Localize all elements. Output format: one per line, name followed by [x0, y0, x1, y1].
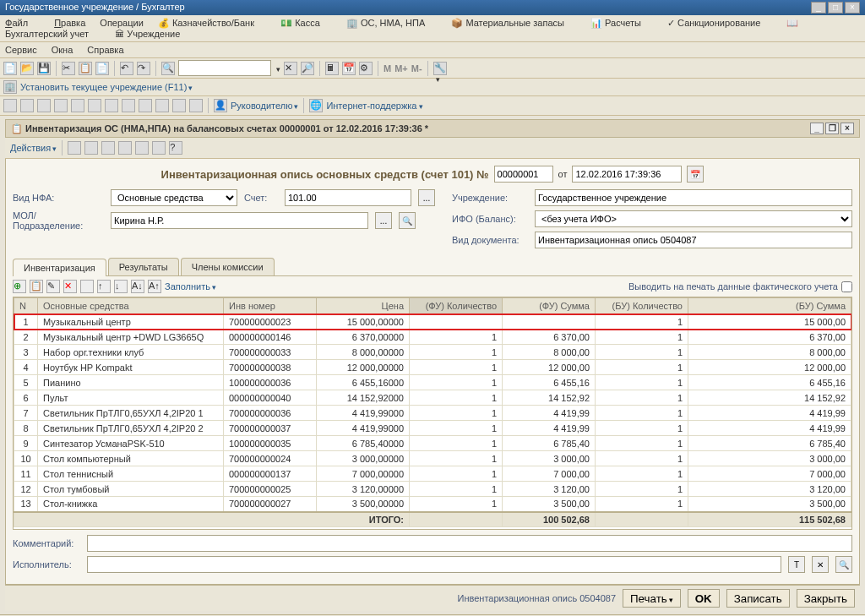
- menu-service[interactable]: Сервис: [5, 45, 37, 55]
- account-picker[interactable]: ...: [418, 189, 435, 206]
- tools-dropdown[interactable]: 🔧: [433, 62, 447, 75]
- close-button[interactable]: ×: [845, 2, 860, 14]
- doc-date-input[interactable]: [572, 166, 682, 183]
- sort-desc-icon[interactable]: A↑: [148, 280, 161, 293]
- save-icon[interactable]: 💾: [37, 62, 51, 75]
- table-row[interactable]: 10Стол компьютерный7000000000243 000,000…: [14, 451, 851, 466]
- search-input[interactable]: [178, 60, 271, 76]
- print-actual-checkbox[interactable]: [841, 281, 852, 292]
- menu-calc[interactable]: 📊 Расчеты: [590, 18, 653, 28]
- nfa-select[interactable]: Основные средства: [111, 189, 237, 206]
- tb3-icon-1[interactable]: [3, 99, 17, 112]
- table-row[interactable]: 6Пульт00000000004014 152,92000114 152,92…: [14, 390, 851, 406]
- executor-open-button[interactable]: 🔍: [835, 556, 852, 573]
- menu-windows[interactable]: Окна: [52, 45, 73, 55]
- date-picker-button[interactable]: 📅: [687, 166, 704, 183]
- sort-asc-icon[interactable]: A↓: [131, 280, 144, 293]
- tb3-icon-7[interactable]: [105, 99, 118, 112]
- table-row[interactable]: 2Музыкальный центр +DWD LG3665Q000000000…: [14, 330, 851, 345]
- tb3-icon-3[interactable]: [37, 99, 51, 112]
- tb3-icon-2[interactable]: [20, 99, 34, 112]
- table-row[interactable]: 12Стол тумбовый7000000000253 120,0000013…: [14, 482, 851, 497]
- table-row[interactable]: 9Синтезатор УсманаPSK-5101000000000356 7…: [14, 436, 851, 451]
- col-bus[interactable]: (БУ) Сумма: [688, 298, 851, 314]
- tb3-icon-12[interactable]: [189, 99, 203, 112]
- doc-close-button[interactable]: ×: [841, 123, 854, 134]
- fill-button[interactable]: Заполнить: [165, 281, 216, 292]
- undo-icon[interactable]: ↶: [120, 62, 133, 75]
- maximize-button[interactable]: □: [828, 2, 843, 14]
- close-search-icon[interactable]: ✕: [284, 62, 297, 75]
- inst-input[interactable]: [535, 189, 852, 206]
- table-row[interactable]: 7Светильник ПрТЛГ0,65УХЛ 4,2IP20 1700000…: [14, 406, 851, 421]
- tb3-icon-11[interactable]: [172, 99, 186, 112]
- mol-open[interactable]: 🔍: [399, 212, 416, 229]
- menu-os[interactable]: 🏢 ОС, НМА, НПА: [346, 18, 437, 28]
- executor-input[interactable]: [87, 556, 781, 573]
- doc-minimize-button[interactable]: _: [810, 123, 824, 134]
- find-icon[interactable]: 🔎: [301, 62, 314, 75]
- memory-mplus[interactable]: M+: [394, 63, 408, 74]
- tab-inventory[interactable]: Инвентаризация: [13, 259, 106, 276]
- col-os[interactable]: Основные средства: [38, 298, 224, 314]
- support-icon[interactable]: 🌐: [309, 99, 323, 112]
- print-button[interactable]: Печать: [623, 589, 681, 608]
- menu-institution[interactable]: 🏛 Учреждение: [115, 29, 192, 39]
- open-icon[interactable]: 📂: [20, 62, 34, 75]
- table-row[interactable]: 8Светильник ПрТЛГ0,65УХЛ 4,2IP20 2700000…: [14, 421, 851, 436]
- menu-file[interactable]: Файл: [5, 18, 40, 28]
- manager-icon[interactable]: 👤: [214, 99, 227, 112]
- col-price[interactable]: Цена: [317, 298, 410, 314]
- redo-icon[interactable]: ↷: [137, 62, 150, 75]
- menu-help[interactable]: Справка: [87, 45, 123, 55]
- doc-tb-icon-4[interactable]: [118, 141, 132, 155]
- actions-menu[interactable]: Действия: [10, 143, 57, 153]
- executor-t-button[interactable]: T: [788, 556, 805, 573]
- table-row[interactable]: 4Ноутбук HP Kompakt70000000003812 000,00…: [14, 360, 851, 375]
- table-row[interactable]: 1Музыкальный центр70000000002315 000,000…: [14, 314, 851, 330]
- tb3-icon-9[interactable]: [139, 99, 152, 112]
- menu-cash[interactable]: 💵 Касса: [280, 18, 332, 28]
- menu-sanction[interactable]: ✓ Санкционирование: [667, 18, 772, 28]
- tab-commission[interactable]: Члены комиссии: [181, 258, 275, 275]
- executor-clear-button[interactable]: ✕: [812, 556, 829, 573]
- mol-input[interactable]: [111, 212, 368, 229]
- manager-link[interactable]: Руководителю: [231, 101, 298, 111]
- doc-tb-help-icon[interactable]: ?: [169, 141, 182, 155]
- grid-tb-icon-5[interactable]: [80, 280, 94, 293]
- menu-operations[interactable]: Операции: [100, 18, 143, 28]
- menu-materials[interactable]: 📦 Материальные запасы: [451, 18, 576, 28]
- col-n[interactable]: N: [14, 298, 38, 314]
- edit-row-icon[interactable]: ✎: [46, 280, 60, 293]
- set-institution-link[interactable]: Установить текущее учреждение (F11): [20, 82, 193, 92]
- doc-tb-icon-5[interactable]: [135, 141, 149, 155]
- col-fuq[interactable]: (ФУ) Количество: [410, 298, 503, 314]
- table-row[interactable]: 11Стол теннисный0000000001377 000,000001…: [14, 466, 851, 482]
- data-grid-container[interactable]: N Основные средства Инв номер Цена (ФУ) …: [13, 297, 852, 530]
- delete-row-icon[interactable]: ✕: [63, 280, 77, 293]
- set-institution-icon[interactable]: 🏢: [3, 80, 17, 94]
- tb3-icon-4[interactable]: [54, 99, 68, 112]
- props-icon[interactable]: ⚙: [359, 62, 373, 75]
- new-icon[interactable]: 📄: [3, 62, 17, 75]
- memory-m[interactable]: M: [384, 63, 391, 74]
- save-button[interactable]: Записать: [726, 589, 790, 608]
- ifo-select[interactable]: <без учета ИФО>: [535, 210, 852, 227]
- tb3-icon-8[interactable]: [122, 99, 135, 112]
- table-row[interactable]: 13Стол-книжка7000000000273 500,0000013 5…: [14, 497, 851, 512]
- col-inv[interactable]: Инв номер: [224, 298, 317, 314]
- table-row[interactable]: 3Набор орг.техники клуб7000000000338 000…: [14, 345, 851, 360]
- memory-mminus[interactable]: M-: [411, 63, 422, 74]
- move-down-icon[interactable]: ↓: [114, 280, 128, 293]
- copy-icon[interactable]: 📋: [79, 62, 92, 75]
- cut-icon[interactable]: ✂: [62, 62, 75, 75]
- doc-tb-icon-2[interactable]: [84, 141, 98, 155]
- calc-icon[interactable]: 🖩: [325, 62, 339, 75]
- paste-icon[interactable]: 📄: [95, 62, 109, 75]
- col-fus[interactable]: (ФУ) Сумма: [503, 298, 596, 314]
- close-button[interactable]: Закрыть: [797, 589, 855, 608]
- copy-row-icon[interactable]: 📋: [30, 280, 43, 293]
- tb3-icon-10[interactable]: [155, 99, 169, 112]
- tb3-icon-5[interactable]: [71, 99, 84, 112]
- move-up-icon[interactable]: ↑: [97, 280, 111, 293]
